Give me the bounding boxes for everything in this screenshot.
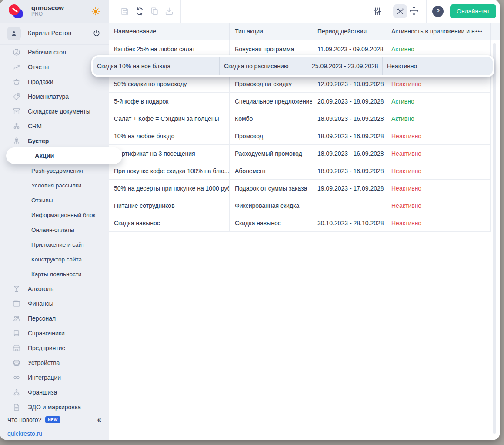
table-row[interactable]: 10% на любое блюдо Промокод 18.09.2023 -…: [109, 127, 491, 145]
cell-name: Скидка 10% на все блюда: [93, 57, 220, 75]
dashboard-icon: [12, 48, 21, 57]
cell-status: Активно: [386, 110, 490, 127]
sidebar-item-label: Интеграции: [28, 374, 61, 381]
vertical-scrollbar-thumb[interactable]: [493, 43, 496, 434]
sidebar-item-label: Франшиза: [28, 389, 57, 396]
cell-status: Активно: [386, 93, 490, 110]
sidebar-item-label: Персонал: [28, 315, 56, 322]
cell-name: 10% на любое блюдо: [109, 127, 230, 144]
cell-type: Скидка по расписанию: [220, 57, 307, 75]
help-icon[interactable]: ?: [432, 6, 444, 17]
sidebar-item[interactable]: Алкоголь: [0, 281, 109, 296]
toolbar: ? Онлайн-чат: [109, 0, 500, 23]
column-settings-icon[interactable]: [373, 7, 382, 16]
download-icon[interactable]: [164, 7, 174, 16]
sidebar-item-label: Устройства: [28, 359, 60, 366]
user-row[interactable]: Кирилл Рестов: [0, 23, 109, 45]
sidebar-subitem[interactable]: Информационный блок: [0, 207, 109, 222]
table-row[interactable]: Салат + Кофе = Сэндвич за полцены Комбо …: [109, 110, 491, 127]
cell-name: 50% скидки по промокоду: [109, 75, 230, 92]
edit-mode-tools-button[interactable]: [393, 4, 407, 18]
cell-period: 19.09.2023 - 17.09.2028: [312, 180, 386, 197]
sidebar-item-label: Бустер: [28, 137, 49, 144]
sidebar-subitem[interactable]: Карты лояльности: [0, 267, 109, 281]
table-row[interactable]: 50% скидки по промокоду Промокод на скид…: [109, 75, 491, 93]
column-header[interactable]: Период действия: [312, 23, 386, 40]
sidebar-subitem[interactable]: Отзывы: [0, 193, 109, 207]
column-header[interactable]: Активность в приложении и н...: [386, 23, 491, 40]
cell-status: Неактивно: [386, 75, 490, 92]
table-row[interactable]: 5-й кофе в подарок Специальное предложен…: [109, 93, 491, 110]
edo-icon: [12, 403, 21, 412]
cell-name: 50% на десерты при покупке на 1000 руб.: [109, 180, 230, 197]
sidebar-item[interactable]: Персонал: [0, 311, 109, 326]
reports-icon: [12, 63, 21, 71]
sidebar-item[interactable]: CRM: [0, 119, 109, 134]
sidebar-item-label: Отчеты: [28, 64, 49, 70]
sidebar-item-label: Номенклатура: [28, 93, 69, 100]
save-icon[interactable]: [120, 7, 130, 16]
cell-period: 30.10.2023 - 28.10.2028: [312, 214, 386, 231]
table-row[interactable]: Скидка навынос Скидка навынос 30.10.2023…: [109, 214, 491, 232]
sidebar-item[interactable]: Устройства: [0, 355, 109, 370]
whats-new-row[interactable]: Что нового? NEW «: [0, 413, 109, 427]
cell-name: Сертификат на 3 посещения: [109, 145, 230, 162]
sidebar-subitem[interactable]: Приложение и сайт: [0, 237, 109, 252]
sidebar-header: qrmoscow PRO: [0, 0, 109, 23]
toolbar-right-group: ? Онлайн-чат: [373, 0, 500, 23]
sidebar-item[interactable]: Финансы: [0, 296, 109, 311]
app-logo-icon[interactable]: [9, 4, 23, 18]
online-chat-button[interactable]: Онлайн-чат: [450, 4, 496, 18]
cell-period: 18.09.2023 - 16.09.2028: [312, 110, 386, 127]
crm-icon: [12, 122, 21, 130]
refresh-icon[interactable]: [135, 7, 144, 16]
column-header[interactable]: Наименование: [109, 23, 230, 40]
brightness-theme-icon[interactable]: [91, 7, 100, 16]
sidebar-subitem[interactable]: Акции: [6, 147, 122, 164]
cell-type: Расходуемый промокод: [230, 145, 312, 162]
sidebar-item-label: Рабочий стол: [28, 49, 66, 56]
sidebar-item[interactable]: Интеграции: [0, 370, 109, 385]
cell-type: Промокод: [230, 127, 312, 144]
sidebar-subitem[interactable]: Онлайн-оплаты: [0, 222, 109, 237]
cell-status: Неактивно: [386, 127, 490, 144]
nomenclature-icon: [12, 92, 21, 101]
collapse-sidebar-icon[interactable]: «: [97, 415, 101, 424]
sidebar-subitem-label: Акции: [35, 152, 54, 159]
sidebar-item[interactable]: Продажи: [0, 74, 109, 89]
copy-icon[interactable]: [150, 7, 159, 16]
table-row[interactable]: При покупке кофе скидка 100% на блю... А…: [109, 162, 491, 180]
user-name: Кирилл Рестов: [28, 30, 71, 37]
sidebar-subitem[interactable]: Условия рассылки: [0, 178, 109, 193]
move-reorder-icon[interactable]: [409, 6, 420, 17]
more-columns-icon[interactable]: •••: [475, 23, 483, 40]
sidebar-item[interactable]: Складские документы: [0, 104, 109, 119]
sidebar-item[interactable]: Рабочий стол: [0, 45, 109, 60]
sidebar-subitem-label: Информационный блок: [31, 212, 95, 218]
sidebar-item[interactable]: ЭДО и маркировка: [0, 400, 109, 415]
table-row[interactable]: Сертификат на 3 посещения Расходуемый пр…: [109, 145, 491, 162]
sidebar-item[interactable]: Номенклатура: [0, 89, 109, 104]
new-badge: NEW: [45, 416, 60, 423]
cell-name: 5-й кофе в подарок: [109, 93, 230, 110]
logout-power-icon[interactable]: [92, 29, 101, 38]
cell-type: Промокод на скидку: [230, 75, 312, 92]
sidebar-item[interactable]: Предприятие: [0, 341, 109, 355]
site-link[interactable]: quickresto.ru: [7, 430, 42, 437]
cell-type: Фиксированная скидка: [230, 197, 312, 214]
cell-status: Неактивно: [386, 145, 490, 162]
sidebar-item-label: Финансы: [28, 300, 53, 307]
table-row[interactable]: 50% на десерты при покупке на 1000 руб. …: [109, 180, 491, 197]
dragged-row-card[interactable]: Скидка 10% на все блюда Скидка по распис…: [91, 55, 494, 77]
sidebar-subitem[interactable]: Конструктор сайта: [0, 252, 109, 267]
sidebar-item[interactable]: Франшиза: [0, 385, 109, 400]
table-row[interactable]: Питание сотрудников Фиксированная скидка…: [109, 197, 491, 214]
sidebar-subitem[interactable]: Push-уведомления: [0, 163, 109, 178]
sidebar-item[interactable]: Справочники: [0, 326, 109, 341]
org-name: qrmoscow: [31, 4, 64, 11]
dragged-row-content: Скидка 10% на все блюда Скидка по распис…: [93, 57, 493, 75]
sidebar-item-label: ЭДО и маркировка: [28, 404, 81, 411]
sidebar-item-label: Продажи: [28, 78, 53, 85]
column-header[interactable]: Тип акции: [230, 23, 312, 40]
sidebar-item[interactable]: Бустер: [0, 134, 109, 148]
